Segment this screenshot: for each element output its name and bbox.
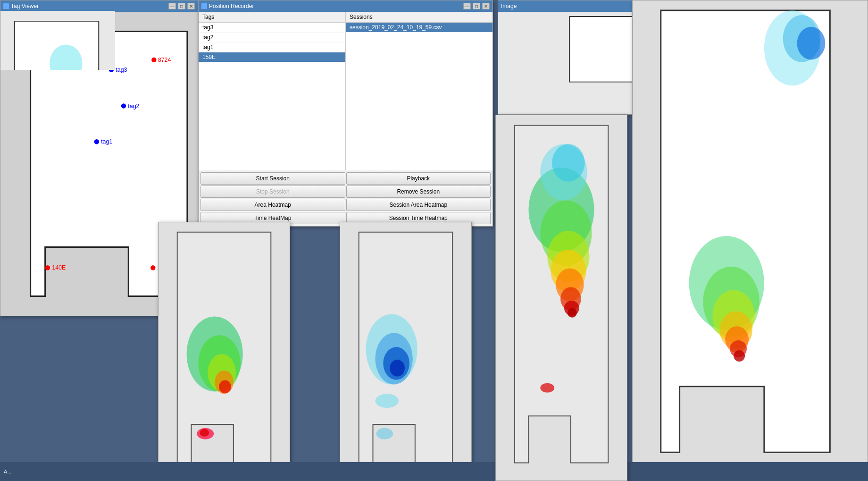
recorder-content: Tags tag3 tag2 tag1 159E Sessions sessio…: [199, 12, 492, 226]
button-row-3: Area Heatmap Session Area Heatmap: [200, 199, 491, 211]
tag-140e-dot: [45, 265, 50, 270]
playback-button[interactable]: Playback: [346, 172, 491, 185]
tag-viewer-titlebar: Tag Viewer — □ ✕: [0, 0, 198, 12]
remove-session-button[interactable]: Remove Session: [346, 186, 491, 198]
button-row-1: Start Session Playback: [200, 172, 491, 185]
taskbar: A...: [0, 462, 868, 481]
far-right-svg: [633, 0, 868, 472]
tag1-label: tag1: [101, 138, 112, 145]
heatmap-left-window: [158, 222, 290, 481]
recorder-panels: Tags tag3 tag2 tag1 159E Sessions sessio…: [199, 12, 492, 170]
sessions-header: Sessions: [346, 12, 492, 23]
position-recorder-maximize[interactable]: □: [473, 3, 480, 9]
heatmap-middle-svg: [340, 222, 471, 481]
svg-point-17: [219, 380, 231, 394]
taskbar-text: A...: [4, 469, 12, 474]
button-row-2: Stop Session Remove Session: [200, 186, 491, 198]
area-heatmap-button[interactable]: Area Heatmap: [200, 199, 345, 211]
tag-140e-label: 140E: [52, 264, 66, 271]
tag3-label: tag3: [116, 67, 127, 73]
heatmap-middle-window: [340, 222, 472, 481]
heatmap-right-content: [496, 115, 627, 481]
position-recorder-window: Position Recorder — □ ✕ Tags tag3 tag2 t…: [198, 0, 493, 227]
far-right-content: [633, 0, 868, 472]
session-item-1[interactable]: session_2019_02_24_10_19_59.csv: [346, 23, 492, 33]
tag-viewer-icon: [3, 3, 9, 9]
heatmap-middle-content: [340, 222, 471, 481]
tag-viewer-minimize[interactable]: —: [168, 3, 176, 9]
position-recorder-minimize[interactable]: —: [463, 3, 471, 9]
tag-8724-dot: [151, 58, 156, 62]
tag-viewer-title: Tag Viewer: [11, 3, 167, 9]
svg-point-37: [552, 144, 585, 181]
tag2-label: tag2: [128, 103, 139, 110]
heatmap-right-window: [495, 115, 627, 481]
far-right-window: [632, 0, 868, 472]
tag-viewer-maximize[interactable]: □: [178, 3, 185, 9]
tag-1ba7-dot: [150, 265, 155, 270]
position-recorder-icon: [201, 3, 207, 9]
heatmap-sub-svg: [0, 11, 115, 70]
tag-item-tag2[interactable]: tag2: [199, 33, 345, 42]
stop-session-button[interactable]: Stop Session: [200, 186, 345, 198]
heatmap-right-svg: [496, 115, 627, 481]
position-recorder-title: Position Recorder: [209, 3, 461, 9]
tag-item-tag1[interactable]: tag1: [199, 42, 345, 52]
position-recorder-titlebar: Position Recorder — □ ✕: [199, 0, 492, 12]
sessions-panel: Sessions session_2019_02_24_10_19_59.csv: [346, 12, 492, 170]
tag-8724-label: 8724: [158, 57, 171, 63]
tag-item-tag3[interactable]: tag3: [199, 23, 345, 33]
svg-point-42: [797, 27, 826, 60]
start-session-button[interactable]: Start Session: [200, 172, 345, 185]
subwindow-content: [0, 11, 115, 70]
position-recorder-close[interactable]: ✕: [482, 3, 490, 9]
svg-point-49: [734, 350, 745, 362]
svg-point-26: [376, 428, 393, 439]
svg-point-24: [390, 360, 405, 377]
svg-point-19: [200, 429, 209, 437]
tag1-dot: [94, 139, 99, 144]
heatmap-left-svg: [159, 222, 290, 481]
svg-point-38: [540, 383, 554, 393]
session-area-heatmap-button[interactable]: Session Area Heatmap: [346, 199, 491, 211]
tags-list[interactable]: tag3 tag2 tag1 159E: [199, 23, 345, 170]
svg-point-35: [568, 308, 577, 318]
tag2-dot: [121, 103, 126, 108]
tags-header: Tags: [199, 12, 345, 23]
tags-panel: Tags tag3 tag2 tag1 159E: [199, 12, 346, 170]
tag-viewer-close[interactable]: ✕: [187, 3, 195, 9]
tag-item-159e[interactable]: 159E: [199, 52, 345, 62]
svg-point-25: [375, 394, 399, 408]
heatmap-left-content: [159, 222, 290, 481]
recorder-buttons: Start Session Playback Stop Session Remo…: [199, 170, 492, 226]
sessions-list[interactable]: session_2019_02_24_10_19_59.csv: [346, 23, 492, 170]
